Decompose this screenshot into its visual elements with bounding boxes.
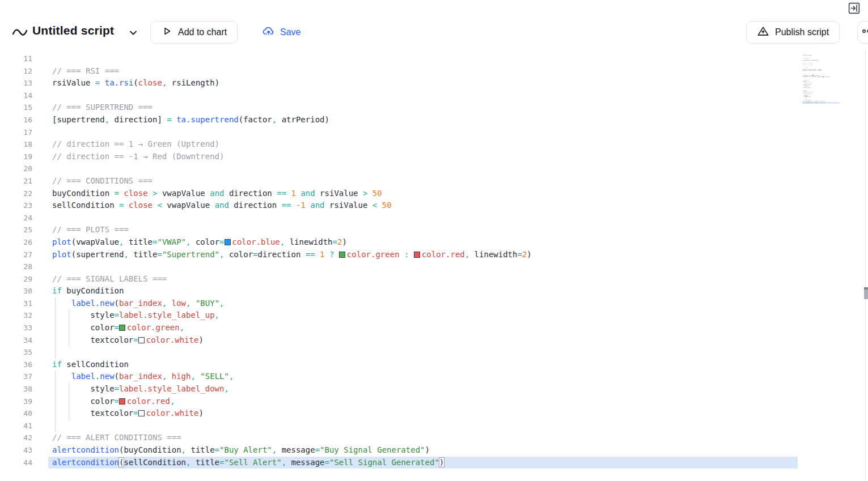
code-line[interactable]: 13rsiValue = ta.rsi(close, rsiLength): [0, 77, 868, 90]
code-token: atrPeriod): [815, 59, 818, 61]
code-token: direction: [225, 189, 277, 198]
code-line[interactable]: 39 color=color.red,: [0, 395, 868, 408]
code-line[interactable]: 42// === ALERT CONDITIONS ===: [0, 432, 868, 444]
line-number: 17: [0, 126, 48, 139]
save-button[interactable]: Save: [259, 21, 304, 44]
code-token: // === SIGNAL LABELS ===: [52, 274, 167, 283]
code-line[interactable]: 27plot(supertrend, title="Supertrend", c…: [0, 249, 868, 261]
code-token: ta.rsi: [105, 78, 134, 87]
code-line[interactable]: 18// direction == 1 → Green (Uptrend): [0, 138, 868, 151]
code-line[interactable]: 44alertcondition(sellCondition, title="S…: [802, 102, 840, 104]
pine-script-code-editor[interactable]: 1112// === RSI ===13rsiValue = ta.rsi(cl…: [0, 53, 868, 481]
code-token: [148, 189, 153, 198]
code-line-content: [48, 90, 52, 102]
publish-script-button[interactable]: Publish script: [746, 21, 840, 44]
code-line[interactable]: 29// === SIGNAL LABELS ===: [0, 273, 868, 286]
code-token: textcolor: [802, 96, 806, 97]
color-swatch[interactable]: [138, 337, 145, 343]
code-line-content: [48, 420, 52, 432]
code-line[interactable]: 12// === RSI ===: [0, 65, 868, 78]
code-line[interactable]: 19// direction == -1 → Red (Downtrend): [0, 151, 868, 163]
scrollbar-thumb[interactable]: [864, 287, 868, 299]
code-line[interactable]: 38 style=label.style_label_down,: [0, 383, 868, 395]
code-line[interactable]: 28: [0, 261, 868, 273]
code-token: color: [190, 237, 219, 246]
code-line[interactable]: 44alertcondition(sellCondition, title="S…: [0, 457, 868, 469]
code-token: =: [325, 458, 329, 467]
code-line-content: plot(vwapValue, title="VWAP", color=colo…: [48, 236, 347, 249]
code-token: color.blue: [232, 237, 280, 246]
code-line[interactable]: 14: [0, 90, 868, 102]
code-token: [190, 299, 195, 308]
color-swatch[interactable]: [138, 410, 145, 416]
code-line[interactable]: 24: [0, 212, 868, 224]
code-line[interactable]: 21// === CONDITIONS ===: [0, 175, 868, 188]
code-token: high: [172, 372, 191, 381]
code-line[interactable]: 20: [0, 163, 868, 175]
more-options-button[interactable]: [857, 21, 868, 44]
code-line[interactable]: 17: [0, 126, 868, 139]
color-swatch[interactable]: [119, 398, 125, 405]
code-line[interactable]: 37 label.new(bar_index, high, "SELL",: [0, 371, 868, 383]
code-line[interactable]: 22buyCondition = close > vwapValue and d…: [0, 188, 868, 200]
code-line-content: rsiValue = ta.rsi(close, rsiLength): [802, 54, 812, 56]
code-line[interactable]: 32 style=label.style_label_up,: [0, 309, 868, 322]
code-token: 50: [382, 201, 392, 210]
code-token: =: [115, 397, 119, 406]
code-line[interactable]: 15// === SUPERTREND ===: [0, 101, 868, 114]
chevron-down-icon[interactable]: [128, 27, 139, 39]
code-token: color.red: [422, 250, 465, 259]
code-line[interactable]: 23sellCondition = close < vwapValue and …: [0, 199, 868, 212]
code-line[interactable]: 34 textcolor=color.white): [0, 334, 868, 347]
code-line[interactable]: 16[supertrend, direction] = ta.supertren…: [0, 114, 868, 126]
code-token: =: [253, 250, 257, 259]
color-swatch[interactable]: [225, 239, 231, 245]
code-token: [306, 201, 310, 210]
code-token: rsiValue: [325, 201, 372, 210]
indent-guide: [55, 383, 56, 395]
code-line[interactable]: 31 label.new(bar_index, low, "BUY",: [0, 297, 868, 310]
code-token: message: [286, 458, 324, 467]
scrollbar-track[interactable]: [865, 51, 866, 481]
color-swatch[interactable]: [119, 325, 125, 331]
code-token: vwapValue: [162, 201, 215, 210]
code-token: ): [198, 408, 203, 418]
code-line[interactable]: 41: [0, 420, 868, 432]
code-line[interactable]: 40 textcolor=color.white): [0, 407, 868, 420]
color-swatch[interactable]: [339, 252, 345, 258]
add-to-chart-button[interactable]: Add to chart: [150, 21, 238, 44]
code-token: ,: [219, 299, 224, 308]
code-line-content: color=color.red,: [48, 395, 175, 408]
code-line[interactable]: 26plot(vwapValue, title="VWAP", color=co…: [0, 236, 868, 249]
code-minimap[interactable]: 1112// === RSI ===13rsiValue = ta.rsi(cl…: [802, 52, 840, 108]
code-token: plot: [52, 250, 71, 259]
code-line-content: textcolor=color.white): [48, 407, 204, 420]
code-token: rsiValue: [315, 189, 363, 198]
code-token: "VWAP": [157, 237, 186, 246]
code-line-content: style=label.style_label_up,: [48, 309, 219, 322]
add-to-chart-label: Add to chart: [178, 27, 227, 37]
collapse-panel-button[interactable]: [846, 1, 861, 16]
code-line-content-highlighted: alertcondition(sellCondition, title="Sel…: [802, 102, 840, 104]
publish-script-label: Publish script: [775, 27, 829, 37]
line-number: 34: [0, 334, 48, 347]
color-swatch[interactable]: [414, 252, 420, 258]
code-token: "Supertrend": [162, 250, 219, 259]
code-line-content: plot(supertrend, title="Supertrend", col…: [48, 249, 532, 261]
code-line[interactable]: 43alertcondition(buyCondition, title="Bu…: [0, 444, 868, 457]
code-line[interactable]: 33 color=color.green,: [0, 322, 868, 334]
code-token: sellCondition: [52, 201, 119, 210]
script-title[interactable]: Untitled script: [32, 24, 114, 37]
code-token: label.new: [71, 299, 115, 308]
code-line[interactable]: 30if buyCondition: [0, 285, 868, 297]
code-line[interactable]: 35: [0, 346, 868, 359]
code-line[interactable]: 25// === PLOTS ===: [0, 224, 868, 236]
code-token: if: [52, 360, 62, 369]
indent-guide: [69, 395, 69, 408]
code-line[interactable]: 36if sellCondition: [0, 359, 868, 371]
code-line[interactable]: 11: [0, 53, 868, 65]
code-token: 1: [320, 250, 324, 259]
code-line-content: alertcondition(buyCondition, title="Buy …: [48, 444, 430, 457]
code-line-content: label.new(bar_index, low, "BUY",: [48, 297, 225, 310]
line-number: 22: [0, 188, 48, 200]
